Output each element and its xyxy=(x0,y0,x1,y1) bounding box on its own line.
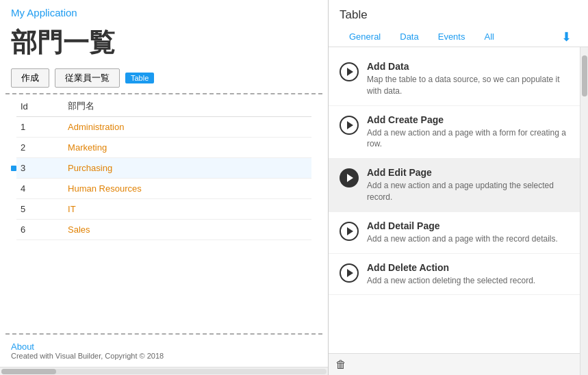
tab-events[interactable]: Events xyxy=(429,27,475,47)
create-button[interactable]: 作成 xyxy=(11,68,49,88)
cell-name: Marketing xyxy=(64,138,311,158)
tab-data[interactable]: Data xyxy=(390,27,428,47)
action-title: Add Data xyxy=(367,61,569,72)
download-icon[interactable]: ⬇ xyxy=(556,28,577,46)
cell-name: Sales xyxy=(64,220,311,240)
cell-name: Purchasing xyxy=(64,158,311,179)
cell-id: 3 xyxy=(16,158,64,179)
action-item[interactable]: Add Edit PageAdd a new action and a page… xyxy=(329,159,580,212)
col-header-name: 部門名 xyxy=(64,94,311,117)
table-row[interactable]: 2Marketing xyxy=(16,138,311,158)
play-button[interactable] xyxy=(340,222,359,241)
table-row[interactable]: 1Administration xyxy=(16,117,311,138)
action-desc: Map the table to a data source, so we ca… xyxy=(367,74,569,97)
right-title: Table xyxy=(340,8,577,22)
action-bar: 作成 従業員一覧 Table xyxy=(0,68,328,93)
cell-name: Human Resources xyxy=(64,179,311,199)
action-title: Add Edit Page xyxy=(367,167,569,178)
actions-wrapper: Add DataMap the table to a data source, … xyxy=(329,47,580,375)
action-title: Add Create Page xyxy=(367,114,569,125)
footer: About Created with Visual Builder, Copyr… xyxy=(0,335,328,367)
data-table: Id 部門名 1Administration2Marketing3Purchas… xyxy=(16,94,311,240)
trash-icon[interactable]: 🗑 xyxy=(335,359,346,371)
right-panel: Table General Data Events All ⬇ Add Data… xyxy=(329,0,588,375)
cell-id: 5 xyxy=(16,199,64,220)
footer-copy: Created with Visual Builder, Copyright ©… xyxy=(11,352,317,360)
right-vertical-scrollbar[interactable] xyxy=(580,47,588,375)
cell-id: 1 xyxy=(16,117,64,138)
action-item[interactable]: Add DataMap the table to a data source, … xyxy=(329,53,580,106)
data-table-wrapper: Id 部門名 1Administration2Marketing3Purchas… xyxy=(5,93,322,335)
table-row[interactable]: 4Human Resources xyxy=(16,179,311,199)
action-item[interactable]: Add Delete ActionAdd a new action deleti… xyxy=(329,254,580,296)
cell-id: 4 xyxy=(16,179,64,199)
action-desc: Add a new action and a page with a form … xyxy=(367,127,569,151)
app-title: My Application xyxy=(0,0,328,23)
tabs-row: General Data Events All ⬇ xyxy=(340,27,577,47)
cell-id: 6 xyxy=(16,220,64,240)
actions-list: Add DataMap the table to a data source, … xyxy=(329,47,580,353)
left-horizontal-scrollbar[interactable] xyxy=(0,367,328,375)
action-title: Add Detail Page xyxy=(367,220,569,231)
right-panel-inner: Add DataMap the table to a data source, … xyxy=(329,47,588,375)
action-desc: Add a new action and a page updating the… xyxy=(367,180,569,203)
play-button[interactable] xyxy=(340,168,359,188)
bottom-toolbar: 🗑 xyxy=(329,353,580,375)
table-row[interactable]: 5IT xyxy=(16,199,311,220)
cell-name: IT xyxy=(64,199,311,220)
action-item[interactable]: Add Detail PageAdd a new action and a pa… xyxy=(329,212,580,254)
action-item[interactable]: Add Create PageAdd a new action and a pa… xyxy=(329,106,580,159)
cell-id: 2 xyxy=(16,138,64,158)
table-badge: Table xyxy=(125,73,154,83)
col-header-id: Id xyxy=(16,94,64,117)
page-title: 部門一覧 xyxy=(0,23,328,68)
play-button[interactable] xyxy=(340,263,359,283)
footer-about[interactable]: About xyxy=(11,341,317,352)
cell-name: Administration xyxy=(64,117,311,138)
action-desc: Add a new action and a page with the rec… xyxy=(367,233,569,245)
table-row[interactable]: 3Purchasing xyxy=(16,158,311,179)
employee-list-button[interactable]: 従業員一覧 xyxy=(55,68,120,88)
tab-all[interactable]: All xyxy=(474,27,503,47)
left-panel: My Application 部門一覧 作成 従業員一覧 Table Id 部門… xyxy=(0,0,329,375)
table-row[interactable]: 6Sales xyxy=(16,220,311,240)
tab-general[interactable]: General xyxy=(340,27,390,47)
play-button[interactable] xyxy=(340,62,359,81)
action-desc: Add a new action deleting the selected r… xyxy=(367,275,569,287)
action-title: Add Delete Action xyxy=(367,262,569,273)
right-header: Table General Data Events All ⬇ xyxy=(329,0,588,47)
play-button[interactable] xyxy=(340,116,359,135)
